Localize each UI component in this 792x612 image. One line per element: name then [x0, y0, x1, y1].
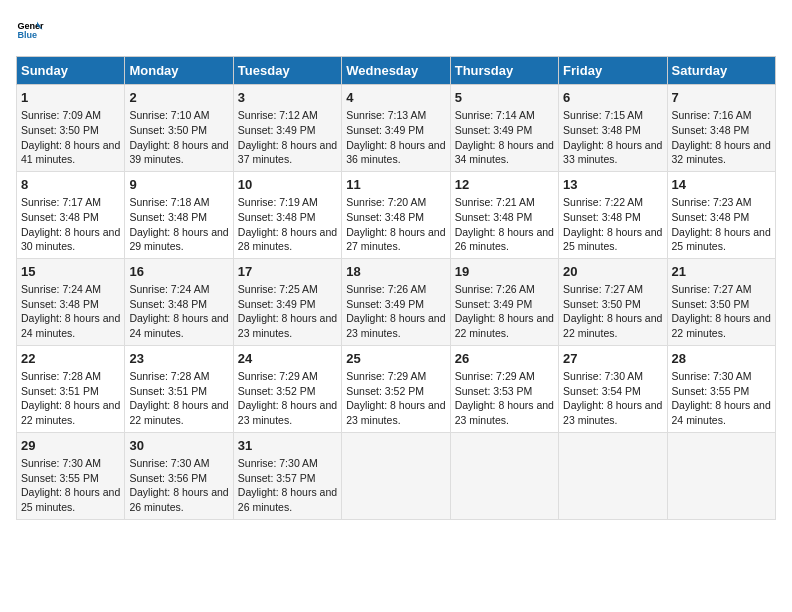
- sunrise-info: Sunrise: 7:29 AM: [346, 370, 426, 382]
- sunset-info: Sunset: 3:50 PM: [672, 298, 750, 310]
- sunrise-info: Sunrise: 7:26 AM: [346, 283, 426, 295]
- calendar-cell: 4Sunrise: 7:13 AMSunset: 3:49 PMDaylight…: [342, 85, 450, 172]
- sunset-info: Sunset: 3:52 PM: [346, 385, 424, 397]
- sunset-info: Sunset: 3:53 PM: [455, 385, 533, 397]
- daylight-info: Daylight: 8 hours and 23 minutes.: [346, 399, 445, 426]
- day-number: 19: [455, 263, 554, 281]
- sunrise-info: Sunrise: 7:14 AM: [455, 109, 535, 121]
- day-number: 21: [672, 263, 771, 281]
- sunset-info: Sunset: 3:48 PM: [455, 211, 533, 223]
- daylight-info: Daylight: 8 hours and 23 minutes.: [563, 399, 662, 426]
- daylight-info: Daylight: 8 hours and 29 minutes.: [129, 226, 228, 253]
- day-number: 16: [129, 263, 228, 281]
- calendar-cell: 5Sunrise: 7:14 AMSunset: 3:49 PMDaylight…: [450, 85, 558, 172]
- sunrise-info: Sunrise: 7:13 AM: [346, 109, 426, 121]
- sunset-info: Sunset: 3:54 PM: [563, 385, 641, 397]
- calendar-cell: 7Sunrise: 7:16 AMSunset: 3:48 PMDaylight…: [667, 85, 775, 172]
- sunrise-info: Sunrise: 7:16 AM: [672, 109, 752, 121]
- col-header-friday: Friday: [559, 57, 667, 85]
- col-header-wednesday: Wednesday: [342, 57, 450, 85]
- calendar-cell: 14Sunrise: 7:23 AMSunset: 3:48 PMDayligh…: [667, 171, 775, 258]
- day-number: 8: [21, 176, 120, 194]
- header: General Blue: [16, 16, 776, 44]
- col-header-sunday: Sunday: [17, 57, 125, 85]
- calendar-cell: 10Sunrise: 7:19 AMSunset: 3:48 PMDayligh…: [233, 171, 341, 258]
- svg-text:Blue: Blue: [17, 30, 37, 40]
- day-number: 11: [346, 176, 445, 194]
- calendar-week-3: 15Sunrise: 7:24 AMSunset: 3:48 PMDayligh…: [17, 258, 776, 345]
- sunrise-info: Sunrise: 7:18 AM: [129, 196, 209, 208]
- calendar-week-5: 29Sunrise: 7:30 AMSunset: 3:55 PMDayligh…: [17, 432, 776, 519]
- calendar-cell: 30Sunrise: 7:30 AMSunset: 3:56 PMDayligh…: [125, 432, 233, 519]
- daylight-info: Daylight: 8 hours and 22 minutes.: [563, 312, 662, 339]
- day-number: 18: [346, 263, 445, 281]
- sunset-info: Sunset: 3:49 PM: [346, 124, 424, 136]
- col-header-monday: Monday: [125, 57, 233, 85]
- daylight-info: Daylight: 8 hours and 23 minutes.: [346, 312, 445, 339]
- day-number: 3: [238, 89, 337, 107]
- day-number: 4: [346, 89, 445, 107]
- day-number: 22: [21, 350, 120, 368]
- sunset-info: Sunset: 3:50 PM: [563, 298, 641, 310]
- daylight-info: Daylight: 8 hours and 22 minutes.: [129, 399, 228, 426]
- sunrise-info: Sunrise: 7:24 AM: [21, 283, 101, 295]
- calendar-cell: 15Sunrise: 7:24 AMSunset: 3:48 PMDayligh…: [17, 258, 125, 345]
- sunset-info: Sunset: 3:48 PM: [21, 211, 99, 223]
- sunrise-info: Sunrise: 7:12 AM: [238, 109, 318, 121]
- sunset-info: Sunset: 3:48 PM: [563, 211, 641, 223]
- day-number: 27: [563, 350, 662, 368]
- day-number: 29: [21, 437, 120, 455]
- sunrise-info: Sunrise: 7:27 AM: [672, 283, 752, 295]
- sunset-info: Sunset: 3:49 PM: [346, 298, 424, 310]
- daylight-info: Daylight: 8 hours and 33 minutes.: [563, 139, 662, 166]
- sunset-info: Sunset: 3:48 PM: [346, 211, 424, 223]
- calendar-cell: 23Sunrise: 7:28 AMSunset: 3:51 PMDayligh…: [125, 345, 233, 432]
- daylight-info: Daylight: 8 hours and 25 minutes.: [21, 486, 120, 513]
- calendar-cell: [450, 432, 558, 519]
- sunrise-info: Sunrise: 7:09 AM: [21, 109, 101, 121]
- sunset-info: Sunset: 3:49 PM: [455, 298, 533, 310]
- calendar-cell: 29Sunrise: 7:30 AMSunset: 3:55 PMDayligh…: [17, 432, 125, 519]
- calendar-cell: 24Sunrise: 7:29 AMSunset: 3:52 PMDayligh…: [233, 345, 341, 432]
- day-number: 1: [21, 89, 120, 107]
- sunset-info: Sunset: 3:55 PM: [672, 385, 750, 397]
- daylight-info: Daylight: 8 hours and 26 minutes.: [455, 226, 554, 253]
- daylight-info: Daylight: 8 hours and 26 minutes.: [129, 486, 228, 513]
- daylight-info: Daylight: 8 hours and 28 minutes.: [238, 226, 337, 253]
- calendar-week-4: 22Sunrise: 7:28 AMSunset: 3:51 PMDayligh…: [17, 345, 776, 432]
- calendar-cell: 31Sunrise: 7:30 AMSunset: 3:57 PMDayligh…: [233, 432, 341, 519]
- day-number: 13: [563, 176, 662, 194]
- calendar-cell: 3Sunrise: 7:12 AMSunset: 3:49 PMDaylight…: [233, 85, 341, 172]
- daylight-info: Daylight: 8 hours and 30 minutes.: [21, 226, 120, 253]
- daylight-info: Daylight: 8 hours and 26 minutes.: [238, 486, 337, 513]
- day-number: 31: [238, 437, 337, 455]
- sunrise-info: Sunrise: 7:10 AM: [129, 109, 209, 121]
- calendar-cell: 9Sunrise: 7:18 AMSunset: 3:48 PMDaylight…: [125, 171, 233, 258]
- day-number: 10: [238, 176, 337, 194]
- sunrise-info: Sunrise: 7:29 AM: [455, 370, 535, 382]
- calendar-cell: 27Sunrise: 7:30 AMSunset: 3:54 PMDayligh…: [559, 345, 667, 432]
- calendar-cell: [667, 432, 775, 519]
- day-number: 2: [129, 89, 228, 107]
- calendar-cell: 26Sunrise: 7:29 AMSunset: 3:53 PMDayligh…: [450, 345, 558, 432]
- calendar-cell: 16Sunrise: 7:24 AMSunset: 3:48 PMDayligh…: [125, 258, 233, 345]
- sunset-info: Sunset: 3:48 PM: [129, 298, 207, 310]
- day-number: 6: [563, 89, 662, 107]
- sunrise-info: Sunrise: 7:19 AM: [238, 196, 318, 208]
- calendar-cell: 20Sunrise: 7:27 AMSunset: 3:50 PMDayligh…: [559, 258, 667, 345]
- day-number: 26: [455, 350, 554, 368]
- daylight-info: Daylight: 8 hours and 36 minutes.: [346, 139, 445, 166]
- sunrise-info: Sunrise: 7:29 AM: [238, 370, 318, 382]
- day-number: 9: [129, 176, 228, 194]
- calendar-cell: 18Sunrise: 7:26 AMSunset: 3:49 PMDayligh…: [342, 258, 450, 345]
- daylight-info: Daylight: 8 hours and 32 minutes.: [672, 139, 771, 166]
- sunrise-info: Sunrise: 7:30 AM: [21, 457, 101, 469]
- calendar-cell: 21Sunrise: 7:27 AMSunset: 3:50 PMDayligh…: [667, 258, 775, 345]
- daylight-info: Daylight: 8 hours and 37 minutes.: [238, 139, 337, 166]
- sunset-info: Sunset: 3:52 PM: [238, 385, 316, 397]
- sunrise-info: Sunrise: 7:21 AM: [455, 196, 535, 208]
- daylight-info: Daylight: 8 hours and 25 minutes.: [563, 226, 662, 253]
- sunset-info: Sunset: 3:48 PM: [129, 211, 207, 223]
- sunrise-info: Sunrise: 7:25 AM: [238, 283, 318, 295]
- calendar-cell: 6Sunrise: 7:15 AMSunset: 3:48 PMDaylight…: [559, 85, 667, 172]
